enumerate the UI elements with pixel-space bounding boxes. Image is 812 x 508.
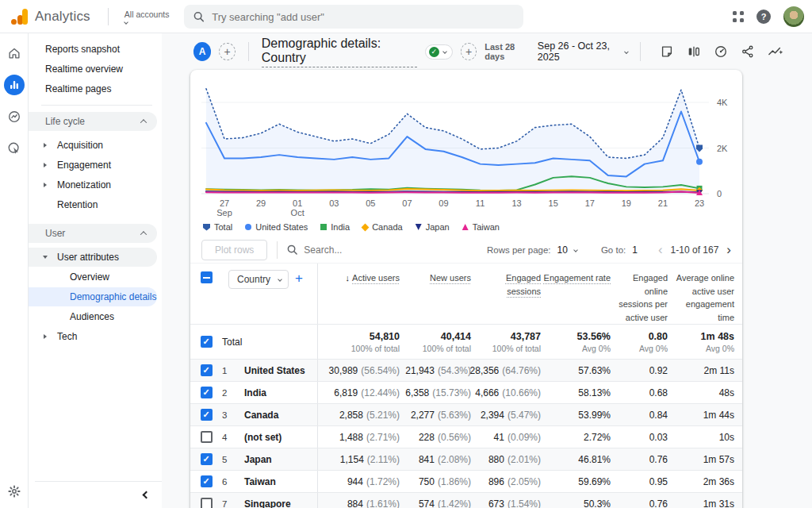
divider [248, 42, 249, 61]
sidebar-item-overview[interactable]: Overview [29, 267, 162, 287]
row-checkbox[interactable]: ✓ [201, 409, 213, 421]
metric-cell: 10s [668, 426, 734, 448]
sidebar-item-monetization[interactable]: Monetization [29, 175, 162, 194]
column-header-label: Active users [352, 273, 400, 283]
x-axis-tick: 23 [695, 198, 704, 208]
sidebar-item-demographic-details[interactable]: Demographic details [29, 287, 157, 306]
totals-cell: 54,810100% of total [317, 325, 400, 359]
x-axis-tick: 05 [366, 198, 375, 208]
divider [41, 105, 152, 106]
report-status-badge[interactable]: ✓ [425, 44, 453, 60]
entity-badge[interactable]: A [193, 42, 211, 61]
reports-icon[interactable] [4, 75, 25, 95]
metric-cell: 6,819(12.44%) [317, 382, 400, 403]
row-checkbox[interactable]: ✓ [201, 387, 213, 398]
sidebar-item-realtime-pages[interactable]: Realtime pages [29, 79, 162, 98]
goto-input[interactable]: 1 [632, 244, 638, 256]
global-search[interactable] [184, 5, 523, 29]
note-icon[interactable] [660, 44, 674, 59]
sidebar-item-reports-snapshot[interactable]: Reports snapshot [29, 40, 162, 59]
add-comparison-button[interactable]: + [219, 43, 236, 60]
metric-cell: 1m 44s [668, 404, 734, 425]
speed-icon[interactable] [714, 44, 728, 59]
column-header[interactable]: New users [400, 264, 471, 324]
row-checkbox[interactable] [201, 498, 213, 508]
page-title[interactable]: Demographic details: Country [262, 37, 417, 67]
collapse-arrow-icon [43, 256, 48, 259]
date-range-picker[interactable]: Sep 26 - Oct 23, 2025 [538, 40, 627, 63]
goto-label: Go to: [601, 245, 626, 255]
x-axis-tick: 01 [293, 198, 302, 208]
totals-checkbox[interactable]: ✓ [201, 336, 213, 348]
row-checkbox[interactable]: ✓ [201, 475, 213, 487]
global-search-input[interactable] [212, 11, 514, 23]
column-header[interactable]: ↓Active users [317, 264, 400, 324]
report-card: 02K4K27Sep2901Oct0305070911131517192123 … [190, 70, 742, 508]
column-header[interactable]: Engaged online sessions per active user [611, 264, 668, 324]
svg-text:2K: 2K [717, 144, 728, 153]
x-axis-tick: 15 [549, 198, 558, 208]
add-filter-button[interactable]: + [461, 43, 477, 60]
row-checkbox[interactable]: ✓ [201, 453, 213, 465]
select-all-checkbox[interactable] [201, 271, 213, 283]
metric-cell: 884(1.61%) [317, 493, 400, 508]
table-search[interactable] [287, 244, 477, 256]
sidebar-section-life-cycle[interactable]: Life cycle [29, 112, 157, 131]
expand-arrow-icon [44, 143, 47, 148]
help-icon[interactable]: ? [756, 10, 771, 24]
top-app-bar: Analytics All accounts ? [0, 0, 812, 33]
column-header[interactable]: Average online active user engagement ti… [668, 264, 734, 324]
totals-cell: 40,414100% of total [400, 325, 471, 359]
totals-row: ✓ Total 54,810100% of total40,414100% of… [190, 324, 742, 359]
legend-label: India [331, 222, 350, 232]
metric-cell: 1,488(2.71%) [317, 426, 400, 448]
collapse-sidebar-icon[interactable] [143, 491, 151, 499]
x-axis-tick: 17 [585, 198, 595, 208]
chevron-down-icon[interactable] [573, 248, 578, 252]
account-switcher[interactable]: All accounts [124, 10, 170, 24]
rows-per-page-select[interactable]: 10 [557, 244, 568, 256]
share-icon[interactable] [741, 44, 755, 59]
sidebar-section-user[interactable]: User [29, 224, 157, 243]
sidebar-item-audiences[interactable]: Audiences [29, 307, 162, 326]
column-header-label: New users [430, 273, 471, 283]
pagination-range: 1-10 of 167 [671, 244, 719, 256]
chevron-down-icon [442, 49, 447, 54]
legend-item: Canada [362, 222, 403, 232]
row-checkbox[interactable]: ✓ [201, 364, 213, 376]
explore-icon[interactable] [4, 106, 25, 127]
x-axis-tick: 09 [439, 198, 448, 208]
column-header[interactable]: Engagement rate [541, 264, 611, 324]
settings-icon[interactable] [0, 484, 29, 498]
table-row: ✓6Taiwan944(1.72%)750(1.86%)896(2.05%)59… [190, 470, 742, 492]
avatar[interactable] [783, 6, 804, 27]
legend-item: Japan [416, 222, 450, 232]
previous-page-icon[interactable]: ‹ [657, 242, 665, 258]
next-page-icon[interactable]: › [725, 242, 733, 258]
sidebar-item-realtime-overview[interactable]: Realtime overview [29, 60, 162, 79]
country-name: United States [244, 365, 305, 376]
report-header: A + Demographic details: Country ✓ + Las… [162, 33, 812, 70]
chart-block: 02K4K27Sep2901Oct0305070911131517192123 … [190, 70, 742, 237]
sidebar-item-acquisition[interactable]: Acquisition [29, 136, 162, 155]
plot-rows-button[interactable]: Plot rows [201, 240, 267, 260]
advertising-icon[interactable] [4, 138, 25, 159]
column-header[interactable]: Engaged sessions [471, 264, 541, 324]
row-rank: 5 [222, 455, 227, 464]
country-name: Canada [244, 410, 278, 421]
dimension-select[interactable]: Country [228, 270, 289, 289]
metric-cell: 673(1.54%) [471, 493, 541, 508]
row-checkbox[interactable] [201, 431, 213, 443]
sidebar-item-tech[interactable]: Tech [29, 327, 162, 346]
comparisons-icon[interactable] [687, 44, 701, 59]
table-row: ✓3Canada2,858(5.21%)2,277(5.63%)2,394(5.… [190, 403, 742, 425]
sidebar-item-retention[interactable]: Retention [29, 195, 162, 214]
sidebar-item-engagement[interactable]: Engagement [29, 156, 162, 175]
insights-icon[interactable] [768, 44, 783, 59]
sidebar-item-user-attributes[interactable]: User attributes [29, 248, 157, 267]
metric-cell: 896(2.05%) [471, 471, 541, 492]
home-icon[interactable] [4, 43, 25, 64]
table-search-input[interactable] [304, 244, 446, 256]
apps-grid-icon[interactable] [733, 11, 744, 22]
add-dimension-button[interactable]: + [295, 270, 303, 285]
